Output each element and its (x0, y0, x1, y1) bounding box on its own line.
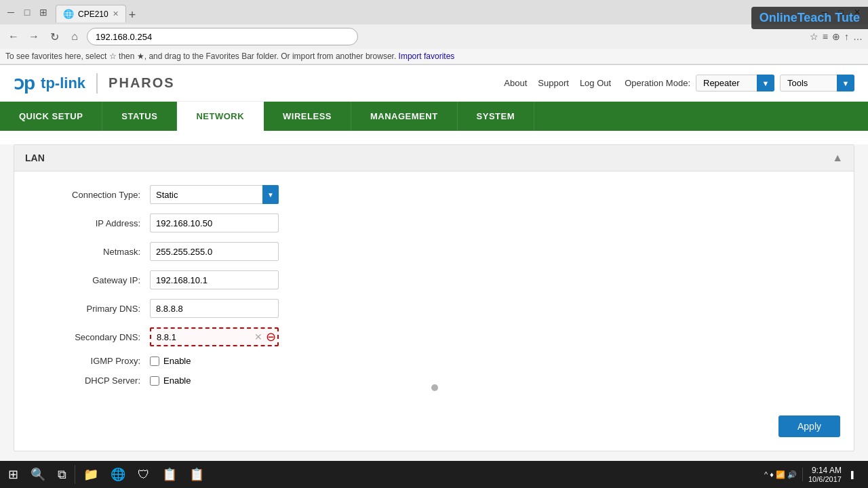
maximize-button[interactable]: □ (20, 5, 34, 19)
search-taskbar-button[interactable]: 🔍 (25, 462, 51, 487)
tab-list-button[interactable]: ⊞ (37, 5, 50, 19)
favorites-bar: To see favorites here, select ☆ then ★, … (0, 49, 868, 64)
netmask-row: Netmask: (41, 242, 827, 261)
connection-type-label: Connection Type: (41, 190, 150, 200)
primary-dns-label: Primary DNS: (41, 304, 150, 314)
browser-tab[interactable]: 🌐 CPE210 ✕ (56, 5, 126, 22)
file-explorer-taskbar-button[interactable]: 📁 (78, 462, 104, 487)
address-input[interactable] (87, 28, 358, 45)
back-button[interactable]: ← (5, 28, 22, 45)
address-bar: ← → ↻ ⌂ ☆ ≡ ⊕ ↑ … (0, 24, 868, 49)
nav-system[interactable]: SYSTEM (458, 102, 534, 131)
browser-taskbar-button[interactable]: 🌐 (105, 462, 131, 487)
primary-dns-row: Primary DNS: (41, 299, 827, 318)
share-icon[interactable]: ↑ (844, 31, 849, 42)
security-taskbar-button[interactable]: 🛡 (132, 462, 155, 487)
netmask-input[interactable] (150, 242, 279, 261)
app2-taskbar-button[interactable]: 📋 (184, 462, 210, 487)
ip-address-row: IP Address: (41, 214, 827, 232)
taskbar-icons-area: ^ ♦ 📶 🔊 (764, 470, 797, 479)
watermark-text1: OnlineTeach T (760, 11, 842, 24)
forward-button[interactable]: → (26, 28, 42, 45)
dhcp-server-row: DHCP Server: Enable (41, 375, 827, 386)
dhcp-server-checkbox-label[interactable]: Enable (150, 375, 191, 386)
show-desktop-button[interactable]: ▌ (846, 462, 861, 487)
lan-section-body: Connection Type: Static Dynamic (DHCP) ▼… (14, 171, 854, 409)
app1-taskbar-button[interactable]: 📋 (157, 462, 182, 487)
title-bar: ─ □ ⊞ 🌐 CPE210 ✕ + ─ □ ✕ (0, 0, 868, 24)
settings-icon[interactable]: … (853, 31, 863, 42)
about-link[interactable]: About (504, 78, 527, 88)
taskbar-time: 9:14 AM 10/6/2017 (808, 466, 842, 483)
secondary-dns-row: Secondary DNS: ✕ ⊖ (41, 327, 827, 346)
tab-close-button[interactable]: ✕ (113, 9, 119, 18)
taskbar-separator (75, 465, 75, 484)
lan-section: LAN ▲ Connection Type: Static Dynamic (D… (14, 144, 854, 451)
home-button[interactable]: ⌂ (66, 28, 83, 45)
tplink-header: ↄp tp-link PHAROS About Support Log Out … (0, 65, 868, 102)
clock-date: 10/6/2017 (808, 475, 842, 483)
logo-icon: ↄp (14, 72, 35, 94)
ip-address-label: IP Address: (41, 218, 150, 228)
igmp-proxy-enable-text: Enable (163, 356, 191, 366)
gateway-ip-label: Gateway IP: (41, 275, 150, 285)
secondary-dns-label: Secondary DNS: (41, 332, 150, 342)
igmp-proxy-checkbox[interactable] (150, 357, 159, 366)
new-tab-button[interactable]: + (129, 8, 136, 22)
lan-collapse-icon[interactable]: ▲ (832, 152, 843, 164)
dhcp-server-enable-text: Enable (163, 375, 191, 386)
page-content: ↄp tp-link PHAROS About Support Log Out … (0, 65, 868, 488)
connection-type-select[interactable]: Static Dynamic (DHCP) (150, 185, 279, 204)
connection-type-row: Connection Type: Static Dynamic (DHCP) ▼ (41, 185, 827, 204)
dhcp-server-checkbox[interactable] (150, 376, 159, 386)
gateway-ip-input[interactable] (150, 270, 279, 289)
import-favorites-link[interactable]: Import favorites (399, 52, 455, 61)
apply-button[interactable]: Apply (778, 415, 840, 437)
secondary-dns-clear-button[interactable]: ✕ (254, 331, 262, 342)
clock-time: 9:14 AM (808, 466, 842, 475)
netmask-label: Netmask: (41, 247, 150, 257)
toolbar-icons: ☆ ≡ ⊕ ↑ … (810, 31, 863, 42)
favorites-icon[interactable]: ☆ (810, 31, 818, 42)
watermark-text2: ute (842, 11, 860, 24)
connection-type-select-wrapper: Static Dynamic (DHCP) ▼ (150, 185, 279, 204)
reading-icon[interactable]: ≡ (823, 31, 828, 42)
nav-quick-setup[interactable]: QUICK SETUP (0, 102, 102, 131)
nav-wireless[interactable]: WIRELESS (264, 102, 351, 131)
lan-section-header: LAN ▲ (14, 145, 854, 171)
taskbar: ⊞ 🔍 ⧉ 📁 🌐 🛡 📋 📋 ^ ♦ 📶 🔊 9:14 AM 10/6/201… (0, 461, 868, 488)
window-controls: ─ □ ⊞ (4, 5, 50, 19)
ip-address-input[interactable] (150, 214, 279, 232)
task-view-button[interactable]: ⧉ (52, 462, 72, 487)
nav-network[interactable]: NETWORK (177, 102, 264, 131)
hub-icon[interactable]: ⊕ (832, 31, 840, 42)
secondary-dns-error-icon: ⊖ (266, 329, 276, 344)
favorites-text: To see favorites here, select ☆ then ★, … (5, 52, 399, 61)
operation-mode-select[interactable]: Repeater Access Point Client Bridge (696, 75, 774, 92)
logo-brand: tp-link (41, 75, 85, 92)
tools-select-wrapper: Tools Ping Traceroute ▼ (780, 75, 854, 92)
tools-select[interactable]: Tools Ping Traceroute (780, 75, 854, 92)
primary-dns-input[interactable] (150, 299, 279, 318)
watermark: OnlineTeach Tute (751, 7, 868, 29)
igmp-proxy-checkbox-label[interactable]: Enable (150, 356, 191, 366)
nav-management[interactable]: MANAGEMENT (351, 102, 458, 131)
refresh-button[interactable]: ↻ (46, 28, 62, 45)
operation-mode-select-wrapper: Repeater Access Point Client Bridge ▼ (696, 75, 774, 92)
minimize-button[interactable]: ─ (4, 5, 18, 19)
logout-link[interactable]: Log Out (580, 78, 611, 88)
tab-title: CPE210 (78, 9, 108, 19)
apply-row: Apply (14, 409, 854, 451)
support-link[interactable]: Support (538, 78, 569, 88)
header-right: About Support Log Out Operation Mode: Re… (504, 75, 854, 92)
logo-divider (96, 73, 98, 94)
start-button[interactable]: ⊞ (3, 462, 24, 487)
gateway-ip-row: Gateway IP: (41, 270, 827, 289)
tplink-logo: ↄp tp-link PHAROS (14, 72, 175, 94)
igmp-proxy-row: IGMP Proxy: Enable (41, 356, 827, 366)
nav-status[interactable]: STATUS (102, 102, 177, 131)
secondary-dns-wrapper: ✕ ⊖ (150, 327, 279, 346)
lan-section-title: LAN (25, 152, 45, 163)
main-content: LAN ▲ Connection Type: Static Dynamic (D… (0, 144, 868, 488)
operation-mode-label: Operation Mode: (625, 78, 690, 88)
